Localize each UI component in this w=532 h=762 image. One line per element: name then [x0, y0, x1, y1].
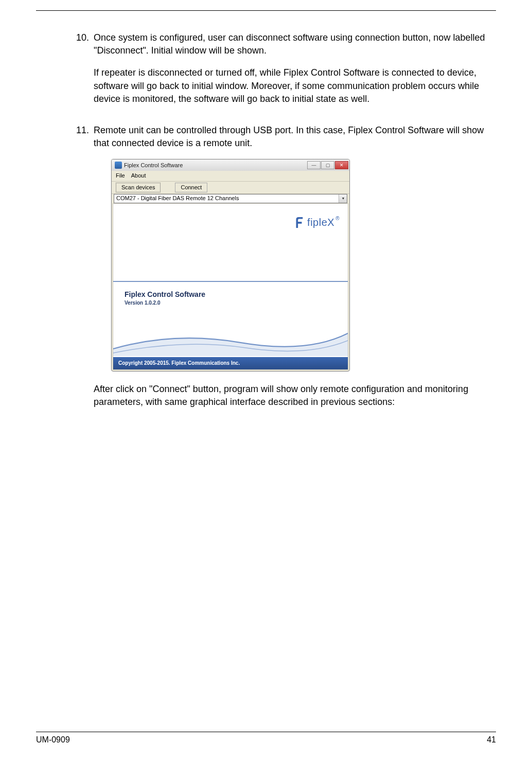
minimize-button[interactable]: — — [307, 161, 321, 169]
paragraph: Once system is configured, user can disc… — [94, 31, 486, 57]
maximize-button[interactable]: ▢ — [321, 161, 334, 169]
device-combobox[interactable]: COM27 - Digital Fiber DAS Remote 12 Chan… — [114, 194, 347, 203]
document-page: 10. Once system is configured, user can … — [0, 0, 532, 762]
combobox-value: COM27 - Digital Fiber DAS Remote 12 Chan… — [114, 194, 339, 202]
window-title: Fiplex Control Software — [124, 162, 307, 169]
list-number: 10. — [76, 31, 94, 115]
logo-text: fipleX® — [307, 215, 340, 229]
footer-rule — [36, 732, 496, 732]
list-item-11: 11. Remote unit can be controlled throug… — [76, 124, 486, 418]
version-label: Version 1.0.2.0 — [125, 299, 161, 307]
menu-about[interactable]: About — [131, 172, 146, 180]
list-body: Remote unit can be controlled through US… — [94, 124, 486, 418]
list-body: Once system is configured, user can disc… — [94, 31, 486, 115]
scan-devices-button[interactable]: Scan devices — [116, 183, 161, 192]
paragraph: After click on "Connect" button, program… — [94, 383, 486, 409]
chevron-down-icon[interactable]: ▾ — [339, 194, 347, 203]
logo-label: fipleX — [307, 217, 334, 228]
screenshot: Fiplex Control Software — ▢ ✕ File About — [111, 159, 486, 371]
doc-id: UM-0909 — [36, 734, 70, 746]
client-area: fipleX® Fiplex Control Software Version … — [113, 203, 348, 370]
connect-button[interactable]: Connect — [175, 183, 207, 192]
logo: fipleX® — [293, 215, 340, 229]
page-number: 41 — [487, 734, 496, 746]
paragraph: If repeater is disconnected or turned of… — [94, 66, 486, 105]
fiplex-f-icon — [293, 215, 305, 229]
menu-file[interactable]: File — [116, 172, 125, 180]
swoosh-graphic — [113, 327, 348, 356]
titlebar: Fiplex Control Software — ▢ ✕ — [112, 160, 349, 171]
menubar: File About — [112, 171, 349, 181]
top-rule — [36, 10, 496, 11]
body-content: 10. Once system is configured, user can … — [36, 31, 496, 418]
divider-line — [113, 281, 348, 282]
window-controls: — ▢ ✕ — [307, 161, 348, 169]
toolbar: Scan devices Connect — [112, 182, 349, 194]
list-number: 11. — [76, 124, 94, 418]
page-footer: UM-0909 41 — [36, 734, 496, 746]
list-item-10: 10. Once system is configured, user can … — [76, 31, 486, 115]
product-name: Fiplex Control Software — [125, 290, 205, 300]
registered-mark: ® — [335, 216, 340, 221]
copyright-bar: Copyright 2005-2015. Fiplex Communicatio… — [113, 357, 348, 369]
app-icon — [115, 162, 122, 169]
close-button[interactable]: ✕ — [335, 161, 348, 169]
paragraph: Remote unit can be controlled through US… — [94, 124, 486, 150]
app-window: Fiplex Control Software — ▢ ✕ File About — [111, 159, 350, 371]
